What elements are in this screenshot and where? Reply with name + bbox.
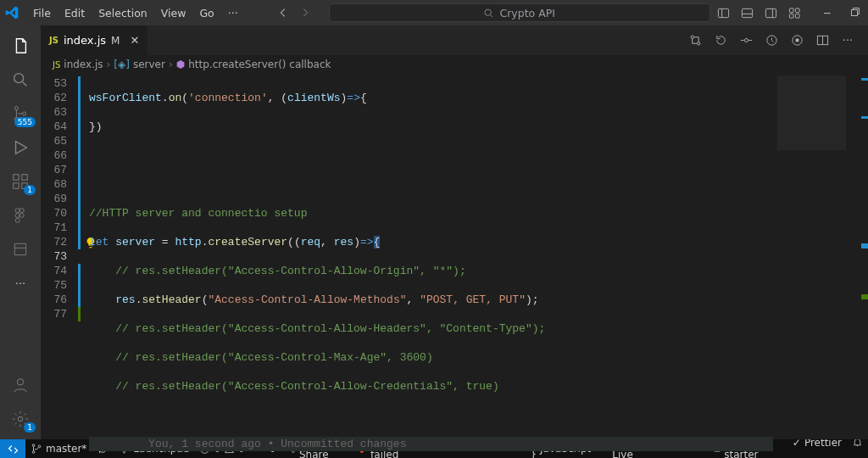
vscode-logo-icon: [5, 3, 19, 23]
code-editor[interactable]: 53 62 63 64 65 66 67 68 69 70 71 72 73 7…: [41, 74, 868, 439]
menu-go[interactable]: Go: [193, 5, 220, 21]
editor-tabs: JS index.js M ✕ ···: [41, 25, 868, 55]
activity-overflow-icon[interactable]: ···: [0, 266, 41, 300]
svg-rect-4: [790, 8, 794, 12]
svg-point-0: [485, 9, 491, 15]
tab-modified-indicator: M: [111, 35, 120, 47]
svg-point-21: [15, 218, 19, 222]
code-content[interactable]: wsForClient.on('connection', (clientWs)=…: [79, 74, 773, 439]
timeline-icon[interactable]: [761, 31, 782, 51]
breadcrumb-file[interactable]: index.js: [64, 59, 103, 70]
git-compare-icon[interactable]: [685, 31, 705, 51]
activity-extensions-icon[interactable]: 1: [0, 165, 41, 198]
main-menu: File Edit Selection View Go ···: [27, 5, 244, 21]
search-icon: [483, 8, 494, 19]
gitlens-blame[interactable]: You, 1 second ago • Uncommitted changes: [148, 438, 406, 450]
tab-close-icon[interactable]: ✕: [130, 34, 139, 47]
svg-point-12: [23, 112, 26, 115]
menu-overflow-icon[interactable]: ···: [222, 5, 244, 21]
svg-point-32: [32, 451, 35, 454]
activity-account-icon[interactable]: [0, 368, 41, 402]
revert-icon[interactable]: [710, 31, 731, 51]
activity-settings-icon[interactable]: 1: [0, 402, 41, 436]
svg-point-26: [744, 38, 748, 42]
status-branch[interactable]: master*: [25, 439, 92, 458]
ext-badge: 1: [24, 185, 36, 195]
stop-circle-icon[interactable]: [787, 31, 807, 51]
title-bar: File Edit Selection View Go ··· Crypto A…: [0, 0, 868, 25]
activity-run-debug-icon[interactable]: [0, 131, 41, 165]
minimap[interactable]: [773, 74, 856, 439]
nav-back-icon[interactable]: [273, 3, 293, 23]
svg-point-33: [38, 445, 41, 448]
activity-project-manager-icon[interactable]: [0, 232, 41, 266]
svg-point-9: [14, 74, 24, 83]
window-restore-icon[interactable]: [844, 3, 865, 23]
scm-badge: 555: [14, 117, 36, 127]
svg-rect-7: [796, 14, 800, 18]
activity-bar: 555 1 ··· 1: [0, 25, 41, 439]
settings-badge: 1: [24, 422, 36, 433]
activity-explorer-icon[interactable]: [0, 29, 41, 63]
command-center[interactable]: Crypto API: [329, 3, 710, 22]
svg-rect-5: [796, 8, 800, 12]
menu-view[interactable]: View: [155, 5, 192, 21]
breadcrumb-callback[interactable]: http.createServer() callback: [188, 59, 331, 70]
layout-sidebar-left-icon[interactable]: [714, 3, 734, 23]
svg-rect-2: [743, 8, 753, 17]
overview-ruler[interactable]: [856, 74, 868, 439]
layout-sidebar-right-icon[interactable]: [761, 3, 782, 23]
svg-rect-8: [851, 10, 857, 16]
menu-edit[interactable]: Edit: [58, 5, 91, 21]
callback-icon: ⬢: [176, 59, 185, 70]
split-editor-icon[interactable]: [812, 31, 832, 51]
nav-forward-icon[interactable]: [295, 3, 315, 23]
svg-point-20: [19, 214, 24, 218]
breadcrumb-server[interactable]: server: [133, 59, 165, 70]
svg-point-18: [19, 209, 24, 213]
svg-rect-16: [22, 175, 27, 180]
svg-rect-13: [14, 175, 19, 180]
tab-filename: index.js: [64, 34, 106, 47]
js-file-icon: JS: [49, 36, 58, 45]
line-number-gutter: 53 62 63 64 65 66 67 68 69 70 71 72 73 7…: [41, 74, 79, 439]
activity-figma-icon[interactable]: [0, 198, 41, 232]
svg-point-25: [697, 42, 699, 45]
menu-selection[interactable]: Selection: [92, 5, 153, 21]
svg-point-23: [18, 416, 23, 422]
activity-scm-icon[interactable]: 555: [0, 97, 41, 131]
breadcrumbs[interactable]: JS index.js › [◈] server › ⬢ http.create…: [41, 55, 868, 74]
svg-rect-1: [719, 8, 729, 17]
remote-indicator[interactable]: [0, 439, 25, 458]
svg-point-31: [32, 444, 35, 447]
command-center-text: Crypto API: [499, 7, 555, 20]
customize-layout-icon[interactable]: [785, 3, 805, 23]
svg-rect-29: [795, 39, 798, 42]
svg-point-22: [17, 379, 23, 385]
tab-index-js[interactable]: JS index.js M ✕: [41, 25, 148, 55]
svg-point-24: [691, 36, 693, 38]
menu-file[interactable]: File: [27, 5, 57, 21]
svg-rect-3: [766, 8, 776, 17]
svg-rect-6: [790, 14, 794, 18]
svg-point-19: [15, 214, 19, 218]
svg-point-17: [15, 209, 19, 213]
more-actions-icon[interactable]: ···: [837, 31, 858, 51]
variable-icon: [◈]: [114, 59, 130, 70]
layout-panel-bottom-icon[interactable]: [737, 3, 758, 23]
js-file-icon: JS: [53, 60, 60, 70]
activity-search-icon[interactable]: [0, 63, 41, 97]
window-minimize-icon[interactable]: ─: [817, 3, 837, 23]
svg-point-10: [14, 107, 18, 110]
commit-icon[interactable]: [736, 31, 756, 51]
svg-rect-14: [14, 183, 19, 188]
